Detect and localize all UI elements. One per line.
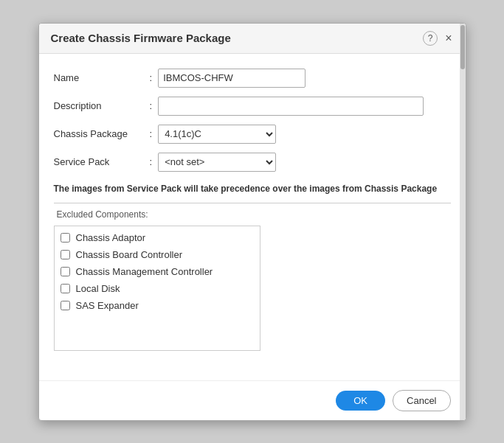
cancel-button[interactable]: Cancel bbox=[393, 390, 450, 411]
chassis-package-select[interactable]: 4.1(1c)C bbox=[158, 125, 276, 144]
chassis-adaptor-checkbox[interactable] bbox=[61, 233, 70, 243]
local-disk-label: Local Disk bbox=[76, 283, 120, 294]
dialog-header: Create Chassis Firmware Package ? × bbox=[39, 24, 466, 54]
description-label: Description bbox=[54, 100, 150, 111]
dialog-footer: OK Cancel bbox=[39, 380, 466, 420]
name-label: Name bbox=[54, 72, 150, 83]
list-item[interactable]: SAS Expander bbox=[55, 297, 260, 314]
dialog-body: Name : Description : Chassis Package : 4… bbox=[39, 54, 466, 380]
chassis-package-label: Chassis Package bbox=[54, 128, 150, 139]
close-button[interactable]: × bbox=[443, 32, 453, 45]
service-pack-colon: : bbox=[150, 156, 153, 167]
service-pack-label: Service Pack bbox=[54, 156, 150, 167]
list-item[interactable]: Chassis Management Controller bbox=[55, 263, 260, 280]
excluded-components-label: Excluded Components: bbox=[57, 209, 451, 220]
scrollbar-thumb bbox=[460, 25, 465, 69]
sas-expander-checkbox[interactable] bbox=[61, 301, 70, 310]
chassis-board-controller-label: Chassis Board Controller bbox=[76, 249, 183, 260]
excluded-components-section: Excluded Components: Chassis Adaptor Cha… bbox=[54, 203, 451, 373]
description-colon: : bbox=[150, 100, 153, 111]
name-colon: : bbox=[150, 72, 153, 83]
header-icons: ? × bbox=[423, 31, 453, 46]
chassis-management-controller-checkbox[interactable] bbox=[61, 267, 70, 276]
description-row: Description : bbox=[54, 97, 451, 116]
create-chassis-firmware-dialog: Create Chassis Firmware Package ? × Name… bbox=[38, 23, 466, 421]
name-input[interactable] bbox=[158, 69, 305, 88]
scrollbar[interactable] bbox=[460, 24, 466, 420]
info-text: The images from Service Pack will take p… bbox=[54, 184, 451, 194]
sas-expander-label: SAS Expander bbox=[76, 300, 139, 311]
excluded-components-list: Chassis Adaptor Chassis Board Controller… bbox=[54, 226, 260, 351]
chassis-board-controller-checkbox[interactable] bbox=[61, 250, 70, 259]
dialog-title: Create Chassis Firmware Package bbox=[51, 32, 231, 44]
local-disk-checkbox[interactable] bbox=[61, 284, 70, 293]
chassis-package-colon: : bbox=[150, 128, 153, 139]
service-pack-select[interactable]: <not set> bbox=[158, 153, 276, 172]
list-item[interactable]: Chassis Board Controller bbox=[55, 246, 260, 263]
list-item[interactable]: Chassis Adaptor bbox=[55, 229, 260, 246]
list-item[interactable]: Local Disk bbox=[55, 280, 260, 297]
name-row: Name : bbox=[54, 69, 451, 88]
chassis-package-row: Chassis Package : 4.1(1c)C bbox=[54, 125, 451, 144]
description-input[interactable] bbox=[158, 97, 424, 116]
chassis-adaptor-label: Chassis Adaptor bbox=[76, 232, 146, 243]
ok-button[interactable]: OK bbox=[336, 391, 385, 411]
service-pack-row: Service Pack : <not set> bbox=[54, 153, 451, 172]
chassis-management-controller-label: Chassis Management Controller bbox=[76, 266, 213, 277]
help-button[interactable]: ? bbox=[423, 31, 438, 46]
